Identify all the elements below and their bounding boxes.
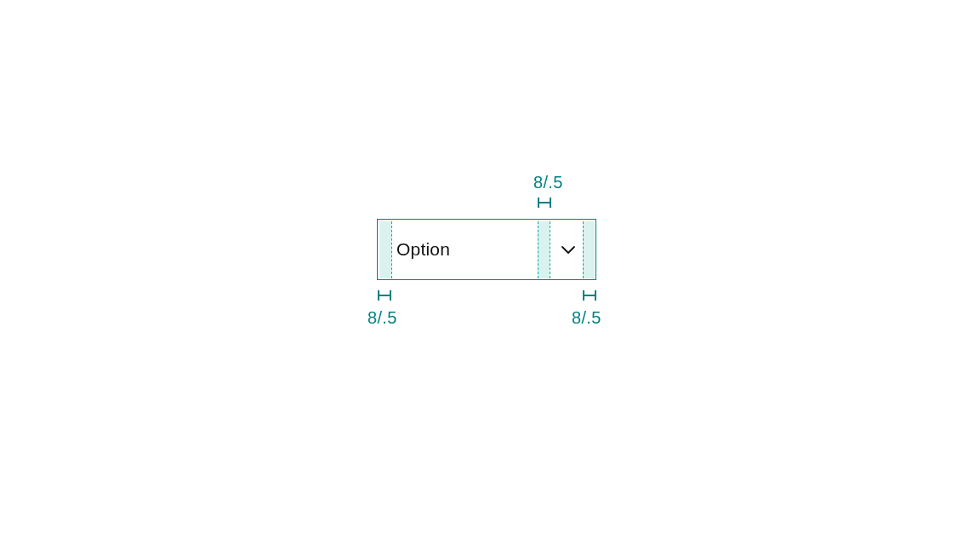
guideline-after-mid-gap [550, 221, 550, 278]
gap-zone-between-label-and-icon [538, 221, 550, 278]
guideline-after-left-padding [391, 221, 392, 278]
dimension-bracket-top [538, 197, 551, 209]
padding-zone-left [379, 221, 391, 278]
spacing-spec-diagram: 8/.5 Option [0, 0, 980, 550]
dimension-bracket-bottom-right [583, 289, 596, 301]
annotation-bottom-right: 8/.5 [572, 308, 601, 328]
guideline-before-right-padding [583, 221, 584, 278]
chevron-down-icon [559, 220, 578, 279]
dimension-bracket-bottom-left [378, 289, 391, 301]
dropdown-label: Option [396, 220, 450, 279]
annotation-top-gap: 8/.5 [533, 173, 563, 192]
dropdown-spec-box: Option [377, 219, 596, 280]
annotation-bottom-left: 8/.5 [368, 308, 397, 328]
guideline-before-mid-gap [538, 221, 538, 278]
padding-zone-right [583, 221, 595, 278]
